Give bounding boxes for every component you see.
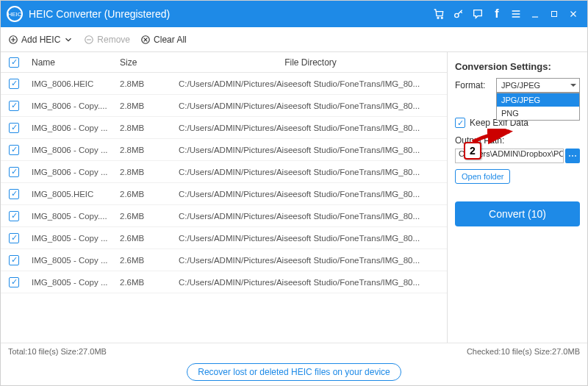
row-size: 2.8MB xyxy=(115,101,174,110)
table-row[interactable]: ✓IMG_8006 - Copy....2.8MBC:/Users/ADMIN/… xyxy=(1,95,447,117)
row-name: IMG_8005.HEIC xyxy=(27,190,115,199)
row-size: 2.6MB xyxy=(115,234,174,243)
keep-exif-checkbox[interactable]: ✓ xyxy=(455,118,465,128)
svg-point-1 xyxy=(441,17,442,18)
table-row[interactable]: ✓IMG_8006 - Copy ...2.8MBC:/Users/ADMIN/… xyxy=(1,117,447,139)
row-checkbox[interactable]: ✓ xyxy=(9,233,19,243)
row-checkbox[interactable]: ✓ xyxy=(9,79,19,89)
row-size: 2.8MB xyxy=(115,79,174,88)
row-checkbox[interactable]: ✓ xyxy=(9,211,19,221)
remove-button[interactable]: Remove xyxy=(84,35,130,45)
row-name: IMG_8006 - Copy ... xyxy=(27,124,115,132)
app-logo-icon: HEIC xyxy=(7,6,23,22)
row-path: C:/Users/ADMIN/Pictures/Aiseesoft Studio… xyxy=(174,190,447,199)
toolbar: Add HEIC Remove Clear All xyxy=(1,27,587,52)
row-size: 2.8MB xyxy=(115,168,174,176)
row-checkbox[interactable]: ✓ xyxy=(9,123,19,133)
format-dropdown: JPG/JPEG PNG xyxy=(496,93,580,121)
row-checkbox[interactable]: ✓ xyxy=(9,167,19,177)
close-button[interactable] xyxy=(564,4,583,24)
table-row[interactable]: ✓IMG_8005.HEIC2.6MBC:/Users/ADMIN/Pictur… xyxy=(1,183,447,205)
svg-rect-3 xyxy=(552,12,557,17)
row-checkbox[interactable]: ✓ xyxy=(9,189,19,199)
row-name: IMG_8006 - Copy ... xyxy=(27,168,115,176)
row-path: C:/Users/ADMIN/Pictures/Aiseesoft Studio… xyxy=(174,212,447,221)
row-path: C:/Users/ADMIN/Pictures/Aiseesoft Studio… xyxy=(174,168,447,176)
recover-link[interactable]: Recover lost or deleted HEIC files on yo… xyxy=(187,363,401,381)
convert-button[interactable]: Convert (10) xyxy=(455,201,580,226)
remove-label: Remove xyxy=(97,35,130,45)
format-select[interactable]: JPG/JPEG xyxy=(496,78,580,93)
row-name: IMG_8006.HEIC xyxy=(27,79,115,88)
row-path: C:/Users/ADMIN/Pictures/Aiseesoft Studio… xyxy=(174,101,447,110)
row-size: 2.6MB xyxy=(115,212,174,221)
key-icon[interactable] xyxy=(449,4,468,24)
output-path-input[interactable]: C:\Users\ADMIN\Dropbox\PC\ xyxy=(455,149,564,163)
status-checked: Checked:10 file(s) Size:27.0MB xyxy=(467,347,580,356)
format-label: Format: xyxy=(455,80,496,90)
settings-title: Conversion Settings: xyxy=(455,58,580,78)
settings-panel: Conversion Settings: Format: JPG/JPEG JP… xyxy=(448,52,587,343)
table-row[interactable]: ✓IMG_8006 - Copy ...2.8MBC:/Users/ADMIN/… xyxy=(1,161,447,183)
row-path: C:/Users/ADMIN/Pictures/Aiseesoft Studio… xyxy=(174,146,447,154)
table-header: ✓ Name Size File Directory xyxy=(1,52,447,73)
svg-point-0 xyxy=(437,17,439,18)
col-size[interactable]: Size xyxy=(115,57,174,68)
facebook-icon[interactable]: f xyxy=(487,4,506,24)
select-all-checkbox[interactable]: ✓ xyxy=(9,57,19,68)
row-name: IMG_8005 - Copy ... xyxy=(27,234,115,243)
table-row[interactable]: ✓IMG_8005 - Copy ...2.6MBC:/Users/ADMIN/… xyxy=(1,249,447,271)
footer: Recover lost or deleted HEIC files on yo… xyxy=(1,359,587,385)
row-checkbox[interactable]: ✓ xyxy=(9,145,19,155)
maximize-button[interactable] xyxy=(545,4,564,24)
row-path: C:/Users/ADMIN/Pictures/Aiseesoft Studio… xyxy=(174,234,447,243)
table-row[interactable]: ✓IMG_8006.HEIC2.8MBC:/Users/ADMIN/Pictur… xyxy=(1,73,447,95)
table-row[interactable]: ✓IMG_8005 - Copy....2.6MBC:/Users/ADMIN/… xyxy=(1,205,447,227)
format-value: JPG/JPEG xyxy=(501,81,540,90)
table-row[interactable]: ✓IMG_8006 - Copy ...2.8MBC:/Users/ADMIN/… xyxy=(1,139,447,161)
row-name: IMG_8005 - Copy.... xyxy=(27,212,115,221)
table-row[interactable]: ✓IMG_8005 - Copy ...2.6MBC:/Users/ADMIN/… xyxy=(1,271,447,293)
app-title: HEIC Converter (Unregistered) xyxy=(29,8,170,20)
table-row[interactable]: ✓IMG_8005 - Copy ...2.6MBC:/Users/ADMIN/… xyxy=(1,227,447,249)
row-name: IMG_8006 - Copy ... xyxy=(27,146,115,154)
col-path[interactable]: File Directory xyxy=(174,57,447,68)
clear-all-button[interactable]: Clear All xyxy=(140,35,187,45)
title-bar: HEIC HEIC Converter (Unregistered) f xyxy=(1,1,587,27)
row-size: 2.6MB xyxy=(115,190,174,199)
row-path: C:/Users/ADMIN/Pictures/Aiseesoft Studio… xyxy=(174,124,447,132)
row-name: IMG_8005 - Copy ... xyxy=(27,278,115,287)
format-option-jpg[interactable]: JPG/JPEG xyxy=(497,93,579,107)
cart-icon[interactable] xyxy=(430,4,449,24)
row-checkbox[interactable]: ✓ xyxy=(9,277,19,287)
row-name: IMG_8005 - Copy ... xyxy=(27,256,115,265)
open-folder-button[interactable]: Open folder xyxy=(455,169,510,184)
clear-all-label: Clear All xyxy=(154,35,187,45)
row-size: 2.8MB xyxy=(115,124,174,132)
output-path-label: Output Path: xyxy=(455,135,580,146)
add-heic-label: Add HEIC xyxy=(21,35,60,45)
row-path: C:/Users/ADMIN/Pictures/Aiseesoft Studio… xyxy=(174,256,447,265)
feedback-icon[interactable] xyxy=(468,4,487,24)
browse-button[interactable]: ⋯ xyxy=(565,149,580,163)
col-name[interactable]: Name xyxy=(27,57,115,68)
row-size: 2.6MB xyxy=(115,256,174,265)
row-checkbox[interactable]: ✓ xyxy=(9,101,19,111)
chevron-down-icon xyxy=(63,35,74,45)
file-list-panel: ✓ Name Size File Directory ✓IMG_8006.HEI… xyxy=(1,52,448,343)
row-path: C:/Users/ADMIN/Pictures/Aiseesoft Studio… xyxy=(174,79,447,88)
svg-point-2 xyxy=(455,13,459,17)
add-heic-button[interactable]: Add HEIC xyxy=(8,35,74,45)
row-path: C:/Users/ADMIN/Pictures/Aiseesoft Studio… xyxy=(174,278,447,287)
row-checkbox[interactable]: ✓ xyxy=(9,255,19,265)
row-size: 2.6MB xyxy=(115,278,174,287)
menu-icon[interactable] xyxy=(506,4,526,24)
format-option-png[interactable]: PNG xyxy=(497,107,579,120)
minimize-button[interactable] xyxy=(526,4,545,24)
status-bar: Total:10 file(s) Size:27.0MB Checked:10 … xyxy=(1,343,587,359)
row-size: 2.8MB xyxy=(115,146,174,154)
table-body: ✓IMG_8006.HEIC2.8MBC:/Users/ADMIN/Pictur… xyxy=(1,73,447,343)
status-total: Total:10 file(s) Size:27.0MB xyxy=(8,347,107,356)
row-name: IMG_8006 - Copy.... xyxy=(27,101,115,110)
